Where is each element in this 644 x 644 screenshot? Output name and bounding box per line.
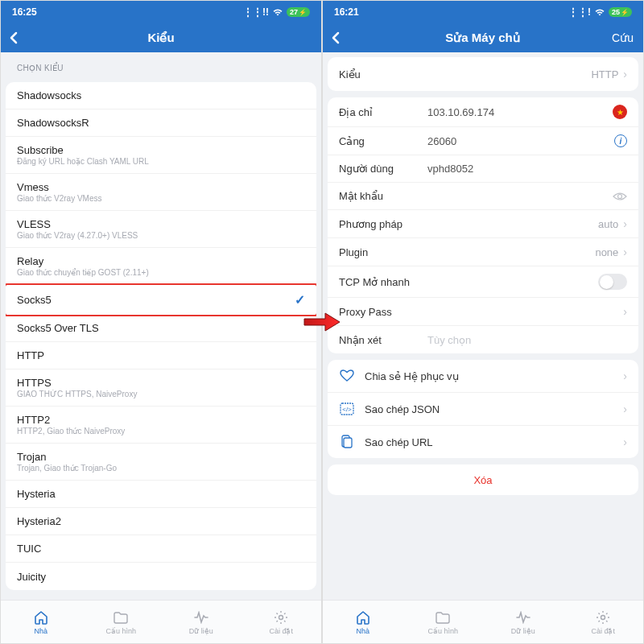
- row-subtitle: HTTP2, Giao thức NaiveProxy: [17, 427, 125, 436]
- phone-right: 16:21 ⋮⋮! 25⚡ Sửa Máy chủ Cứu Kiểu HTTP …: [322, 0, 644, 644]
- signal-icon: ⋮⋮!!: [243, 6, 269, 18]
- copy-url-row[interactable]: Sao chép URL ›: [328, 426, 638, 458]
- content-area: Kiểu HTTP › Địa chỉ 103.10.69.174 ★ Cảng…: [323, 52, 643, 600]
- tab-config[interactable]: Cấu hình: [81, 601, 162, 643]
- type-row-relay[interactable]: RelayGiao thức chuyển tiếp GOST (2.11+): [6, 248, 316, 285]
- type-row-http2[interactable]: HTTP2HTTP2, Giao thức NaiveProxy: [6, 407, 316, 444]
- type-row-shadowsocks[interactable]: Shadowsocks: [6, 82, 316, 109]
- details-card: Địa chỉ 103.10.69.174 ★ Cảng 26060 i Ngư…: [328, 97, 638, 353]
- chevron-right-icon: ›: [623, 217, 627, 230]
- info-icon[interactable]: i: [614, 134, 627, 147]
- type-row-socks5-over-tls[interactable]: Socks5 Over TLS: [6, 315, 316, 342]
- tab-home[interactable]: Nhà: [1, 601, 81, 643]
- nav-bar: Sửa Máy chủ Cứu: [323, 23, 643, 52]
- type-row-vmess[interactable]: VmessGiao thức V2ray VMess: [6, 174, 316, 211]
- type-row-http[interactable]: HTTP: [6, 342, 316, 369]
- wifi-icon: [272, 8, 283, 16]
- copy-json-row[interactable]: </> Sao chép JSON ›: [328, 393, 638, 426]
- data-icon: [515, 609, 531, 625]
- row-label: TUIC: [17, 543, 41, 555]
- comment-row[interactable]: Nhận xét Tùy chọn: [328, 326, 638, 353]
- port-row[interactable]: Cảng 26060 i: [328, 127, 638, 155]
- row-label: Plugin: [339, 246, 427, 258]
- signal-icon: ⋮⋮!: [568, 6, 591, 18]
- row-label: HTTPS: [17, 377, 137, 389]
- proxy-pass-row[interactable]: Proxy Pass ›: [328, 298, 638, 326]
- share-server-row[interactable]: Chia sẻ Hệ phục vụ ›: [328, 360, 638, 393]
- chevron-right-icon: ›: [623, 68, 627, 80]
- nav-bar: Kiểu: [1, 23, 321, 52]
- actions-card: Chia sẻ Hệ phục vụ › </> Sao chép JSON ›…: [328, 360, 638, 458]
- back-button[interactable]: [7, 31, 22, 45]
- status-time: 16:25: [12, 6, 37, 18]
- row-label: HTTP: [17, 349, 44, 361]
- plugin-row[interactable]: Plugin none ›: [328, 238, 638, 266]
- tab-label: Dữ liệu: [189, 627, 213, 635]
- save-button[interactable]: Cứu: [612, 31, 634, 44]
- row-value: vphd8052: [427, 163, 473, 175]
- heart-icon: [339, 368, 355, 384]
- battery-indicator: 25⚡: [609, 7, 632, 17]
- tab-settings[interactable]: Cài đặt: [242, 601, 322, 643]
- svg-rect-4: [344, 438, 352, 448]
- row-value: none: [595, 246, 618, 258]
- type-row-subscribe[interactable]: SubscribeĐăng ký URL hoặc Clash YAML URL: [6, 137, 316, 174]
- type-row[interactable]: Kiểu HTTP ›: [328, 57, 638, 91]
- delete-button[interactable]: Xóa: [328, 464, 638, 495]
- type-row-hysteria[interactable]: Hysteria: [6, 481, 316, 508]
- svg-text:</>: </>: [342, 406, 352, 413]
- type-row-trojan[interactable]: TrojanTrojan, Giao thức Trojan-Go: [6, 444, 316, 481]
- home-icon: [33, 609, 49, 625]
- phone-left: 16:25 ⋮⋮!! 27⚡ Kiểu CHỌN KIỂU Shadowsock…: [0, 0, 322, 644]
- tab-home[interactable]: Nhà: [323, 601, 403, 643]
- row-label: Cảng: [339, 135, 427, 147]
- row-label: Nhận xét: [339, 334, 427, 346]
- config-icon: [435, 609, 451, 625]
- chevron-right-icon: ›: [623, 305, 627, 318]
- row-subtitle: Giao thức V2ray VMess: [17, 194, 101, 203]
- row-value: 26060: [427, 135, 456, 147]
- chevron-right-icon: ›: [623, 246, 627, 258]
- tab-bar: NhàCấu hìnhDữ liệuCài đặt: [1, 600, 321, 643]
- chevron-right-icon: ›: [623, 369, 627, 382]
- tab-data[interactable]: Dữ liệu: [483, 601, 564, 643]
- password-row[interactable]: Mật khẩu: [328, 183, 638, 210]
- back-button[interactable]: [329, 31, 344, 45]
- tcp-fast-row[interactable]: TCP Mở nhanh: [328, 266, 638, 298]
- tab-data[interactable]: Dữ liệu: [161, 601, 242, 643]
- chevron-left-icon: [329, 31, 344, 45]
- method-row[interactable]: Phương pháp auto ›: [328, 210, 638, 238]
- svg-point-0: [279, 615, 283, 619]
- eye-icon[interactable]: [613, 192, 627, 201]
- chevron-left-icon: [7, 31, 22, 45]
- row-label: VLESS: [17, 218, 138, 230]
- row-subtitle: Giao thức V2ray (4.27.0+) VLESS: [17, 231, 138, 240]
- tab-label: Dữ liệu: [511, 627, 535, 635]
- type-row-socks5[interactable]: Socks5✓: [6, 283, 316, 316]
- tab-settings[interactable]: Cài đặt: [564, 601, 644, 643]
- user-row[interactable]: Người dùng vphd8052: [328, 155, 638, 183]
- row-label: Relay: [17, 255, 149, 267]
- check-icon: ✓: [295, 292, 305, 308]
- row-label: Người dùng: [339, 163, 427, 175]
- action-label: Sao chép JSON: [365, 403, 440, 415]
- row-label: HTTP2: [17, 414, 125, 426]
- row-label: Phương pháp: [339, 218, 427, 230]
- tab-label: Nhà: [34, 627, 47, 635]
- type-row-https[interactable]: HTTPSGIAO THỨC HTTPS, NaiveProxy: [6, 369, 316, 407]
- type-row-vless[interactable]: VLESSGiao thức V2ray (4.27.0+) VLESS: [6, 211, 316, 248]
- type-row-shadowsocksr[interactable]: ShadowsocksR: [6, 109, 316, 137]
- action-label: Chia sẻ Hệ phục vụ: [365, 370, 459, 382]
- tab-config[interactable]: Cấu hình: [403, 601, 484, 643]
- row-subtitle: Trojan, Giao thức Trojan-Go: [17, 464, 117, 473]
- type-row-juicity[interactable]: Juicity: [6, 563, 316, 590]
- status-indicators: ⋮⋮! 25⚡: [568, 6, 632, 18]
- tab-bar: NhàCấu hìnhDữ liệuCài đặt: [323, 600, 643, 643]
- row-label: Shadowsocks: [17, 89, 81, 101]
- tcp-fast-toggle[interactable]: [598, 274, 627, 290]
- address-row[interactable]: Địa chỉ 103.10.69.174 ★: [328, 97, 638, 127]
- type-row-tuic[interactable]: TUIC: [6, 535, 316, 563]
- type-row-hysteria2[interactable]: Hysteria2: [6, 508, 316, 535]
- battery-indicator: 27⚡: [287, 7, 310, 17]
- action-label: Sao chép URL: [365, 436, 433, 448]
